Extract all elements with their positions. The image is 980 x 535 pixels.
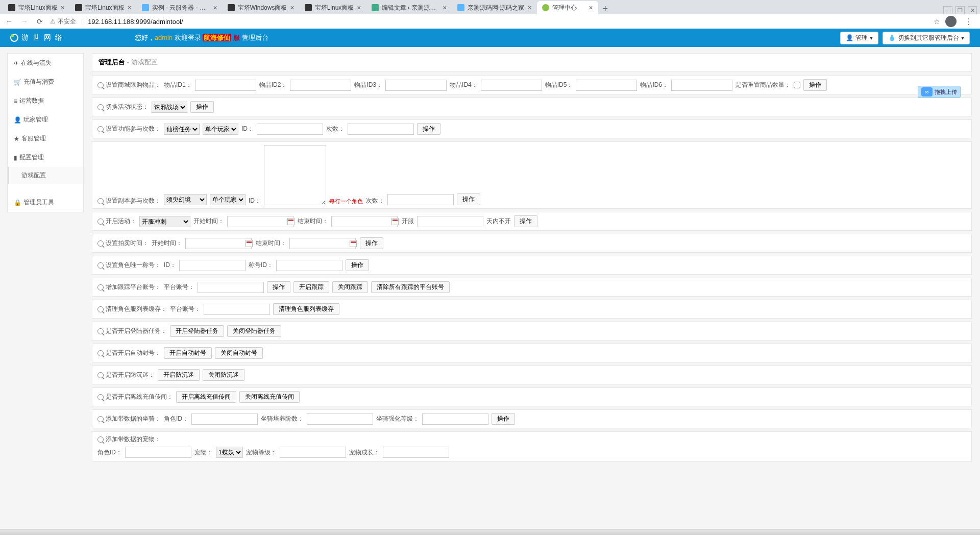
func-action-button[interactable]: 操作 bbox=[417, 123, 440, 135]
close-icon[interactable]: × bbox=[528, 4, 532, 12]
close-icon[interactable]: × bbox=[61, 4, 65, 12]
logintask-on-button[interactable]: 开启登陆器任务 bbox=[170, 325, 224, 337]
reload-icon[interactable]: ⟳ bbox=[35, 16, 45, 27]
start-time-input[interactable] bbox=[227, 216, 293, 227]
func-type-select[interactable]: 仙榜任务 bbox=[164, 124, 200, 135]
offline-off-button[interactable]: 关闭离线充值传闻 bbox=[239, 391, 300, 403]
shop-action-button[interactable]: 操作 bbox=[803, 79, 827, 91]
activity-select[interactable]: 诛邪战场 bbox=[152, 102, 187, 113]
sidebar-item-player[interactable]: 👤 玩家管理 bbox=[8, 110, 83, 129]
panel-start-activity: 开启活动： 开服冲刺 开始时间： 结束时间： 开服天内不开 操作 bbox=[92, 212, 972, 231]
pet-grow-input[interactable] bbox=[383, 447, 449, 458]
start-activity-select[interactable]: 开服冲刺 bbox=[139, 216, 190, 227]
track-on-button[interactable]: 开启跟踪 bbox=[293, 281, 329, 293]
pet-select[interactable]: 1蝶妖 bbox=[216, 447, 243, 458]
search-icon bbox=[97, 104, 104, 110]
item-id2-input[interactable] bbox=[290, 80, 351, 91]
item-id4-input[interactable] bbox=[481, 80, 542, 91]
anti-off-button[interactable]: 关闭防沉迷 bbox=[203, 369, 244, 381]
cache-clear-button[interactable]: 清理角色服列表缓存 bbox=[273, 303, 339, 315]
func-id-input[interactable] bbox=[257, 124, 323, 135]
sidebar-item-opdata[interactable]: ≡ 运营数据 bbox=[8, 91, 83, 110]
tab-2[interactable]: 实例 - 云服务器 - 控制台× bbox=[137, 1, 223, 14]
copy-action-button[interactable]: 操作 bbox=[457, 193, 480, 205]
anti-on-button[interactable]: 开启防沉迷 bbox=[158, 369, 200, 381]
copy-scope-select[interactable]: 单个玩家 bbox=[210, 194, 246, 205]
tab-5[interactable]: 编辑文章 ‹ 亲测源码网 — W…× bbox=[366, 1, 452, 14]
search-icon bbox=[97, 82, 104, 88]
close-window-icon[interactable]: ✕ bbox=[968, 6, 977, 14]
new-tab-button[interactable]: + bbox=[598, 4, 612, 14]
back-icon[interactable]: ← bbox=[4, 16, 14, 27]
activity-action-button[interactable]: 操作 bbox=[190, 101, 214, 113]
auction-start-input[interactable] bbox=[185, 238, 252, 249]
mount-role-input[interactable] bbox=[191, 414, 258, 425]
sidebar-item-online[interactable]: ✈ 在线与流失 bbox=[8, 54, 83, 72]
close-icon[interactable]: × bbox=[290, 4, 294, 12]
track-action-button[interactable]: 操作 bbox=[267, 281, 290, 293]
tab-6[interactable]: 亲测源码网-源码之家× bbox=[452, 1, 537, 14]
copy-type-select[interactable]: 须臾幻境 bbox=[164, 194, 207, 205]
item-id6-input[interactable] bbox=[671, 80, 732, 91]
mount-strength-input[interactable] bbox=[422, 414, 488, 425]
close-icon[interactable]: × bbox=[589, 4, 593, 12]
sidebar-item-recharge[interactable]: 🛒 充值与消费 bbox=[8, 72, 83, 91]
close-icon[interactable]: × bbox=[443, 4, 447, 12]
mount-level-input[interactable] bbox=[307, 414, 373, 425]
logintask-off-button[interactable]: 关闭登陆器任务 bbox=[227, 325, 281, 337]
panel-auction-time: 设置拍卖时间： 开始时间： 结束时间： 操作 bbox=[92, 234, 972, 253]
autoban-off-button[interactable]: 关闭自动封号 bbox=[215, 347, 263, 359]
auction-end-input[interactable] bbox=[289, 238, 356, 249]
tab-1[interactable]: 宝塔Linux面板× bbox=[70, 1, 137, 14]
reset-checkbox[interactable] bbox=[794, 82, 800, 88]
func-count-input[interactable] bbox=[348, 124, 414, 135]
close-icon[interactable]: × bbox=[213, 4, 217, 12]
cache-account-input[interactable] bbox=[204, 304, 270, 315]
maximize-icon[interactable]: ❐ bbox=[955, 6, 965, 14]
menu-icon[interactable]: ⋮ bbox=[962, 17, 976, 27]
title-id-input[interactable] bbox=[276, 260, 342, 271]
sidebar-item-admintool[interactable]: 🔒 管理员工具 bbox=[8, 193, 83, 212]
tab-0[interactable]: 宝塔Linux面板× bbox=[3, 1, 70, 14]
copy-count-input[interactable] bbox=[387, 194, 454, 205]
panel-anti-addiction: 是否开启防沉迷： 开启防沉迷 关闭防沉迷 bbox=[92, 366, 972, 384]
track-clear-button[interactable]: 清除所有跟踪的平台账号 bbox=[371, 281, 450, 293]
upload-widget[interactable]: ∞ 拖拽上传 bbox=[918, 86, 961, 98]
search-icon bbox=[97, 262, 104, 269]
pet-level-input[interactable] bbox=[280, 447, 346, 458]
security-indicator[interactable]: ⚠ 不安全 bbox=[50, 17, 76, 26]
end-time-input[interactable] bbox=[331, 216, 398, 227]
minimize-icon[interactable]: — bbox=[943, 6, 952, 14]
tab-7[interactable]: 管理中心× bbox=[537, 1, 598, 14]
close-icon[interactable]: × bbox=[128, 4, 132, 12]
sidebar-sub-gameconfig[interactable]: 游戏配置 bbox=[8, 167, 83, 184]
address-bar[interactable]: 192.168.11.188:9999/admintool/ bbox=[88, 18, 183, 26]
unique-action-button[interactable]: 操作 bbox=[346, 259, 369, 271]
item-id3-input[interactable] bbox=[385, 80, 447, 91]
sidebar-item-config[interactable]: ▮ 配置管理 bbox=[8, 148, 83, 167]
func-scope-select[interactable]: 单个玩家 bbox=[203, 124, 238, 135]
unique-id-input[interactable] bbox=[179, 260, 246, 271]
item-id1-input[interactable] bbox=[195, 80, 256, 91]
bookmark-icon[interactable]: ☆ bbox=[934, 17, 940, 26]
tab-4[interactable]: 宝塔Linux面板× bbox=[300, 1, 366, 14]
switch-server-button[interactable]: 💧 切换到其它服管理后台 ▾ bbox=[883, 32, 970, 44]
open-days-input[interactable] bbox=[417, 216, 483, 227]
tab-3[interactable]: 宝塔Windows面板× bbox=[223, 1, 300, 14]
manage-button[interactable]: 👤 管理 ▾ bbox=[840, 32, 878, 44]
pet-role-input[interactable] bbox=[125, 447, 191, 458]
autoban-on-button[interactable]: 开启自动封号 bbox=[164, 347, 212, 359]
track-off-button[interactable]: 关闭跟踪 bbox=[332, 281, 368, 293]
copy-id-textarea[interactable] bbox=[264, 145, 326, 205]
item-id5-input[interactable] bbox=[576, 80, 637, 91]
sidebar-item-cs[interactable]: ★ 客服管理 bbox=[8, 129, 83, 148]
offline-on-button[interactable]: 开启离线充值传闻 bbox=[176, 391, 236, 403]
search-icon bbox=[97, 394, 104, 400]
track-account-input[interactable] bbox=[198, 282, 264, 293]
auction-action-button[interactable]: 操作 bbox=[360, 237, 383, 249]
start-action-button[interactable]: 操作 bbox=[514, 215, 537, 227]
mount-action-button[interactable]: 操作 bbox=[492, 413, 515, 425]
close-icon[interactable]: × bbox=[357, 4, 361, 12]
panel-add-pet: 添加带数据的宠物： 角色ID： 宠物：1蝶妖 宠物等级： 宠物成长： bbox=[92, 431, 972, 461]
profile-icon[interactable] bbox=[945, 16, 957, 27]
